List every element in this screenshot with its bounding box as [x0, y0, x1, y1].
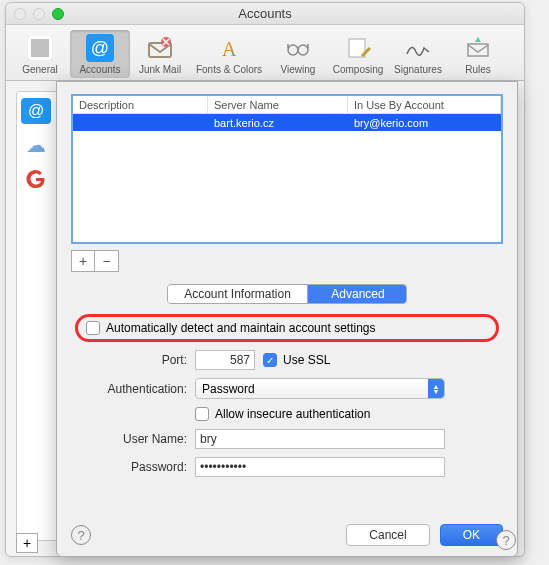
- toolbar-label: Accounts: [79, 64, 120, 75]
- advanced-form: Port: ✓ Use SSL Authentication: Password…: [71, 350, 503, 485]
- port-field[interactable]: [195, 350, 255, 370]
- toolbar-label: Composing: [333, 64, 384, 75]
- auth-select[interactable]: Password ▲▼: [195, 378, 445, 399]
- toolbar-signatures[interactable]: Signatures: [388, 30, 448, 78]
- toolbar-composing[interactable]: Composing: [328, 30, 388, 78]
- toolbar-accounts[interactable]: @ Accounts: [70, 30, 130, 78]
- add-remove-row: + −: [71, 250, 503, 272]
- window-help-button[interactable]: ?: [496, 530, 516, 550]
- toolbar-fonts-colors[interactable]: A Fonts & Colors: [190, 30, 268, 78]
- tab-account-information[interactable]: Account Information: [168, 285, 308, 303]
- use-ssl-checkbox[interactable]: ✓: [263, 353, 277, 367]
- cell-account: bry@kerio.com: [348, 117, 501, 129]
- window-title: Accounts: [6, 6, 524, 21]
- toolbar-label: Signatures: [394, 64, 442, 75]
- toolbar-label: Junk Mail: [139, 64, 181, 75]
- port-label: Port:: [79, 353, 195, 367]
- general-icon: [26, 34, 54, 62]
- allow-insecure-label: Allow insecure authentication: [215, 407, 370, 421]
- ok-button[interactable]: OK: [440, 524, 503, 546]
- toolbar-label: Rules: [465, 64, 491, 75]
- col-server-name[interactable]: Server Name: [208, 96, 348, 113]
- username-field[interactable]: [195, 429, 445, 449]
- titlebar: Accounts: [6, 3, 524, 25]
- allow-insecure-checkbox[interactable]: [195, 407, 209, 421]
- account-item[interactable]: [21, 166, 51, 192]
- account-item[interactable]: @: [21, 98, 51, 124]
- signature-icon: [404, 34, 432, 62]
- cancel-button[interactable]: Cancel: [346, 524, 429, 546]
- toolbar-label: Fonts & Colors: [196, 64, 262, 75]
- smtp-sheet: Description Server Name In Use By Accoun…: [56, 81, 518, 557]
- auto-detect-checkbox[interactable]: [86, 321, 100, 335]
- svg-point-3: [288, 45, 298, 55]
- svg-text:A: A: [222, 38, 237, 60]
- body-area: @ ☁ + Description Server Name In Use By …: [6, 81, 524, 556]
- preferences-window: Accounts General @ Accounts Junk Mail A …: [5, 2, 525, 557]
- at-icon: @: [86, 34, 114, 62]
- add-account-button[interactable]: +: [16, 533, 38, 553]
- fonts-icon: A: [215, 34, 243, 62]
- help-button[interactable]: ?: [71, 525, 91, 545]
- col-description[interactable]: Description: [73, 96, 208, 113]
- accounts-sidebar: @ ☁: [16, 91, 58, 541]
- toolbar-rules[interactable]: Rules: [448, 30, 508, 78]
- auto-detect-highlight: Automatically detect and maintain accoun…: [75, 314, 499, 342]
- password-field[interactable]: [195, 457, 445, 477]
- password-label: Password:: [79, 460, 195, 474]
- servers-table[interactable]: Description Server Name In Use By Accoun…: [71, 94, 503, 244]
- chevron-updown-icon: ▲▼: [428, 379, 444, 398]
- compose-icon: [344, 34, 372, 62]
- add-server-button[interactable]: +: [71, 250, 95, 272]
- svg-point-4: [298, 45, 308, 55]
- remove-server-button[interactable]: −: [95, 250, 119, 272]
- auth-label: Authentication:: [79, 382, 195, 396]
- account-item[interactable]: ☁: [21, 132, 51, 158]
- toolbar-general[interactable]: General: [10, 30, 70, 78]
- prefs-toolbar: General @ Accounts Junk Mail A Fonts & C…: [6, 25, 524, 81]
- tab-segmented: Account Information Advanced: [167, 284, 407, 304]
- rules-icon: [464, 34, 492, 62]
- table-row[interactable]: bart.kerio.cz bry@kerio.com: [73, 114, 501, 131]
- auto-detect-label: Automatically detect and maintain accoun…: [106, 321, 375, 335]
- junk-icon: [146, 34, 174, 62]
- toolbar-junk-mail[interactable]: Junk Mail: [130, 30, 190, 78]
- username-label: User Name:: [79, 432, 195, 446]
- cell-server: bart.kerio.cz: [208, 117, 348, 129]
- table-header: Description Server Name In Use By Accoun…: [73, 96, 501, 114]
- auth-value: Password: [202, 382, 255, 396]
- toolbar-label: Viewing: [281, 64, 316, 75]
- sheet-footer: ? Cancel OK: [71, 514, 503, 546]
- toolbar-label: General: [22, 64, 58, 75]
- tab-advanced[interactable]: Advanced: [308, 285, 407, 303]
- toolbar-viewing[interactable]: Viewing: [268, 30, 328, 78]
- col-in-use-by[interactable]: In Use By Account: [348, 96, 501, 113]
- glasses-icon: [284, 34, 312, 62]
- svg-rect-6: [468, 44, 488, 56]
- use-ssl-label: Use SSL: [283, 353, 330, 367]
